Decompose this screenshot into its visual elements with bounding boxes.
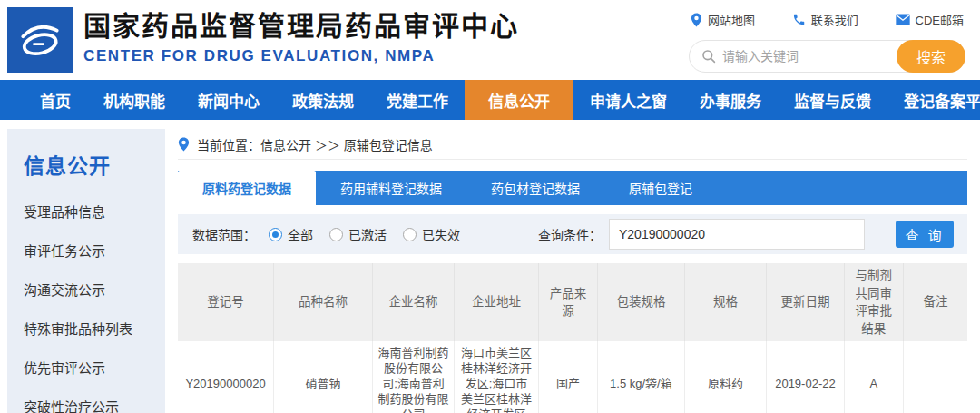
column-header-company-address: 企业地址	[455, 263, 539, 341]
mailbox-link[interactable]: CDE邮箱	[896, 11, 964, 28]
main-content: 当前位置：信息公开 ＞＞ 原辅包登记信息 原料药登记数据 药用辅料登记数据 药包…	[178, 129, 967, 413]
query-input[interactable]	[609, 219, 865, 250]
site-header: 国家药品监督管理局药品审评中心 CENTER FOR DRUG EVALUATI…	[0, 0, 980, 80]
radio-inactive[interactable]: 已失效	[403, 225, 460, 243]
cde-logo[interactable]	[7, 7, 73, 73]
cell-packaging-spec: 1.5 kg/袋/箱	[598, 341, 685, 413]
tab-raw-aux-pack-registration[interactable]: 原辅包登记	[604, 171, 717, 205]
tab-excipient-registration-data[interactable]: 药用辅料登记数据	[316, 171, 466, 205]
registration-tabs: 原料药登记数据 药用辅料登记数据 药包材登记数据 原辅包登记	[178, 171, 967, 205]
column-header-product-source: 产品来源	[538, 263, 597, 341]
cell-spec: 原料药	[684, 341, 767, 413]
sidebar-item-breakthrough-therapy[interactable]: 突破性治疗公示	[24, 388, 165, 413]
sidebar-item-communication[interactable]: 沟通交流公示	[24, 270, 165, 310]
sitemap-link[interactable]: 网站地图	[691, 11, 755, 28]
nav-item-supervision-feedback[interactable]: 监督与反馈	[778, 80, 887, 120]
content-area: 信息公开 受理品种信息 审评任务公示 沟通交流公示 特殊审批品种列表 优先审评公…	[0, 120, 980, 413]
nav-item-services[interactable]: 办事服务	[683, 80, 778, 120]
query-label: 查询条件：	[538, 225, 602, 243]
header-row: 登记号 品种名称 企业名称 企业地址 产品来源 包装规格 规格 更新日期 与制剂…	[178, 263, 967, 341]
radio-all-label: 全部	[288, 225, 313, 243]
column-header-update-date: 更新日期	[767, 263, 844, 341]
location-pin-icon	[178, 137, 190, 152]
nav-item-applicant-window[interactable]: 申请人之窗	[573, 80, 683, 120]
contact-link[interactable]: 联系我们	[792, 11, 858, 28]
radio-all[interactable]: 全部	[269, 225, 313, 243]
nav-item-home[interactable]: 首页	[24, 80, 87, 120]
radio-activated-label: 已激活	[348, 225, 387, 243]
nav-item-organization[interactable]: 机构职能	[87, 80, 181, 120]
sidebar-item-accepted-varieties[interactable]: 受理品种信息	[24, 192, 165, 231]
radio-all-circle[interactable]	[269, 228, 282, 241]
envelope-icon	[896, 14, 910, 25]
column-header-packaging-spec: 包装规格	[598, 263, 685, 341]
radio-activated[interactable]: 已激活	[329, 225, 387, 243]
radio-inactive-label: 已失效	[422, 225, 460, 243]
nav-item-party-building[interactable]: 党建工作	[370, 80, 465, 120]
breadcrumb-text: 当前位置：信息公开 ＞＞ 原辅包登记信息	[197, 135, 433, 153]
mailbox-label: CDE邮箱	[916, 11, 964, 28]
page: 国家药品监督管理局药品审评中心 CENTER FOR DRUG EVALUATI…	[0, 0, 980, 413]
sidebar-item-special-approval-list[interactable]: 特殊审批品种列表	[24, 310, 165, 349]
sidebar-item-priority-review[interactable]: 优先审评公示	[24, 349, 165, 388]
results-table: 登记号 品种名称 企业名称 企业地址 产品来源 包装规格 规格 更新日期 与制剂…	[178, 263, 967, 413]
cell-company-address: 海口市美兰区桂林洋经济开发区;海口市美兰区桂林洋经济开发区	[455, 341, 539, 413]
header-right: 网站地图 联系我们 CDE邮箱	[689, 9, 965, 73]
sidebar: 信息公开 受理品种信息 审评任务公示 沟通交流公示 特殊审批品种列表 优先审评公…	[7, 129, 165, 413]
site-search: 搜索	[689, 40, 965, 73]
cell-registration-no: Y20190000020	[178, 341, 274, 413]
nav-item-news[interactable]: 新闻中心	[181, 80, 276, 120]
cell-joint-review-result: A	[844, 341, 903, 413]
site-search-button[interactable]: 搜索	[897, 40, 965, 73]
tab-api-registration-data[interactable]: 原料药登记数据	[178, 171, 316, 205]
cde-logo-icon	[13, 13, 67, 67]
scope-label: 数据范围：	[192, 225, 256, 243]
radio-activated-circle[interactable]	[329, 228, 343, 241]
tab-packaging-registration-data[interactable]: 药包材登记数据	[466, 171, 604, 205]
sitemap-label: 网站地图	[708, 11, 755, 28]
nav-item-info-disclosure[interactable]: 信息公开	[465, 80, 573, 120]
column-header-remarks: 备注	[904, 263, 967, 341]
cell-update-date: 2019-02-22	[767, 341, 844, 413]
search-icon	[701, 49, 716, 64]
breadcrumb: 当前位置：信息公开 ＞＞ 原辅包登记信息	[178, 129, 967, 160]
filter-bar: 数据范围： 全部 已激活 已失效 查询条件： 查 询	[178, 214, 967, 254]
phone-icon	[792, 13, 806, 26]
site-titles: 国家药品监督管理局药品审评中心 CENTER FOR DRUG EVALUATI…	[83, 9, 519, 65]
main-nav: 首页 机构职能 新闻中心 政策法规 党建工作 信息公开 申请人之窗 办事服务 监…	[0, 80, 980, 120]
site-title-cn: 国家药品监督管理局药品审评中心	[83, 9, 519, 44]
cell-company-name: 海南普利制药股份有限公司;海南普利制药股份有限公司	[372, 341, 455, 413]
radio-inactive-circle[interactable]	[403, 228, 416, 241]
site-title-en: CENTER FOR DRUG EVALUATION, NMPA	[83, 47, 519, 65]
nav-item-policy[interactable]: 政策法规	[276, 80, 370, 120]
column-header-joint-review-result: 与制剂共同审评审批结果	[844, 263, 903, 341]
contact-label: 联系我们	[811, 11, 858, 28]
column-header-registration-no: 登记号	[178, 263, 274, 341]
cell-product-name: 硝普钠	[274, 341, 373, 413]
results-table-body: Y20190000020 硝普钠 海南普利制药股份有限公司;海南普利制药股份有限…	[178, 341, 967, 413]
results-table-head: 登记号 品种名称 企业名称 企业地址 产品来源 包装规格 规格 更新日期 与制剂…	[178, 263, 967, 341]
column-header-company-name: 企业名称	[372, 263, 455, 341]
table-row[interactable]: Y20190000020 硝普钠 海南普利制药股份有限公司;海南普利制药股份有限…	[178, 341, 967, 413]
location-pin-icon	[691, 13, 702, 27]
column-header-product-name: 品种名称	[274, 263, 373, 341]
site-search-input[interactable]	[722, 49, 891, 64]
cell-remarks	[904, 341, 967, 413]
quick-links: 网站地图 联系我们 CDE邮箱	[691, 11, 964, 28]
cell-product-source: 国产	[538, 341, 597, 413]
sidebar-item-review-tasks[interactable]: 审评任务公示	[24, 231, 165, 270]
query-button[interactable]: 查 询	[896, 221, 954, 248]
sidebar-title: 信息公开	[24, 149, 165, 180]
column-header-spec: 规格	[684, 263, 767, 341]
nav-item-registration-platform[interactable]: 登记备案平台	[887, 80, 980, 120]
